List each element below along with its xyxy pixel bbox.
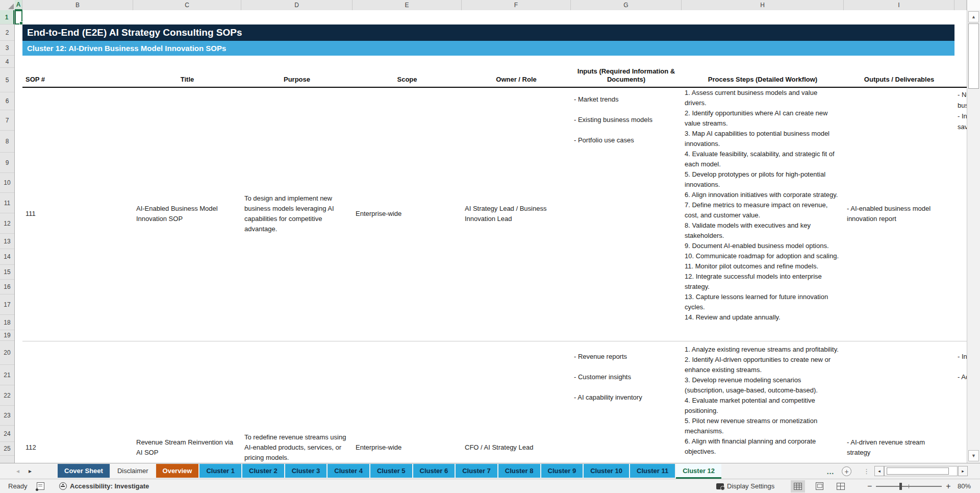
cell-steps-item[interactable]: 2. Identify opportunities where AI can c… (685, 108, 840, 129)
row-header-17[interactable]: 17 (0, 294, 14, 315)
row-header-6[interactable]: 6 (0, 92, 14, 110)
row-header-3[interactable]: 3 (0, 41, 14, 56)
cell-kpi_fragments-item[interactable]: - In (958, 352, 967, 362)
sheet-tab-cluster-10[interactable]: Cluster 10 (584, 464, 629, 478)
cell-kpi_fragments-row2[interactable]: - In- Ad (954, 352, 967, 392)
column-header-F[interactable]: F (462, 0, 571, 10)
zoom-out-button[interactable]: − (867, 482, 872, 491)
sheet-tab-cluster-11[interactable]: Cluster 11 (630, 464, 675, 478)
cell-steps-item[interactable]: 13. Capture lessons learned for future i… (685, 292, 840, 312)
cell-steps-item[interactable]: 5. Develop prototypes or pilots for high… (685, 169, 840, 190)
accessibility-status[interactable]: Accessibility: Investigate (59, 479, 149, 493)
zoom-level[interactable]: 80% (958, 479, 971, 493)
cell-outputs-row1[interactable]: - AI-enabled business model innovation r… (844, 204, 954, 224)
row-header-18[interactable]: 18 (0, 315, 14, 330)
sheet-tab-cluster-7[interactable]: Cluster 7 (456, 464, 497, 478)
scroll-up-button[interactable]: ▲ (968, 11, 979, 22)
cell-inputs-item[interactable]: - Market trends (574, 94, 677, 105)
column-header-E[interactable]: E (353, 0, 462, 10)
select-all-button[interactable] (0, 0, 15, 10)
tab-nav-left-icon[interactable]: ◂ (16, 467, 19, 475)
scroll-down-button[interactable]: ▼ (968, 450, 979, 461)
column-header-C[interactable]: C (133, 0, 241, 10)
cell-owner-row1[interactable]: AI Strategy Lead / Business Innovation L… (462, 204, 571, 224)
sheet-grid[interactable]: End-to-End (E2E) AI Strategy Consulting … (15, 10, 967, 463)
hscroll-left-button[interactable]: ◂ (874, 466, 884, 476)
cell-kpi_fragments-row1[interactable]: - Nubus- Insav (954, 90, 967, 133)
macro-record-button[interactable] (37, 479, 44, 493)
cell-steps-row2[interactable]: 1. Analyze existing revenue streams and … (682, 344, 844, 457)
row-header-14[interactable]: 14 (0, 249, 14, 265)
cell-title-row2[interactable]: Revenue Stream Reinvention via AI SOP (133, 437, 241, 458)
add-sheet-icon[interactable]: + (842, 466, 851, 476)
zoom-slider[interactable] (876, 486, 942, 487)
horizontal-scrollbar[interactable] (884, 466, 958, 476)
cell-steps-item[interactable]: 6. Align innovation initiatives with cor… (685, 190, 840, 200)
sheet-tab-cluster-8[interactable]: Cluster 8 (498, 464, 540, 478)
row-header-11[interactable]: 11 (0, 193, 14, 213)
page-layout-view-button[interactable] (812, 480, 826, 492)
column-header-H[interactable]: H (682, 0, 844, 10)
display-settings-button[interactable]: Display Settings (716, 479, 774, 493)
sheet-tab-cluster-12[interactable]: Cluster 12 (676, 464, 721, 479)
cell-steps-item[interactable]: 4. Evaluate market potential and competi… (685, 396, 840, 416)
vertical-scrollbar[interactable]: ▲ ▼ (967, 10, 980, 463)
cell-steps-row1[interactable]: 1. Assess current business models and va… (682, 88, 844, 323)
cell-steps-item[interactable]: 8. Validate models with executives and k… (685, 220, 840, 241)
row-header-5[interactable]: 5 (0, 68, 14, 92)
cell-kpi_fragments-item[interactable]: - Ad (958, 372, 967, 382)
cell-steps-item[interactable]: 2. Identify AI-driven opportunities to c… (685, 355, 840, 375)
row-header-1[interactable]: 1 (0, 10, 14, 24)
sheet-tab-cluster-1[interactable]: Cluster 1 (199, 464, 241, 478)
cell-owner-row2[interactable]: CFO / AI Strategy Lead (462, 442, 571, 453)
cell-steps-item[interactable]: 12. Integrate successful models into ent… (685, 272, 840, 292)
cell-inputs-item[interactable]: - Existing business models (574, 115, 677, 125)
tab-nav-right-icon[interactable]: ▸ (29, 467, 32, 475)
cell-kpi_fragments-item[interactable]: - Nu (958, 90, 967, 100)
cell-inputs-item[interactable]: - Portfolio use cases (574, 135, 677, 145)
sheet-tab-cluster-3[interactable]: Cluster 3 (285, 464, 327, 478)
cell-steps-item[interactable]: 1. Assess current business models and va… (685, 88, 840, 108)
tab-overflow-icon[interactable]: … (826, 467, 835, 476)
cell-steps-item[interactable]: 3. Map AI capabilities to potential busi… (685, 129, 840, 149)
row-header-12[interactable]: 12 (0, 213, 14, 234)
cell-steps-item[interactable]: 10. Communicate roadmap for adoption and… (685, 251, 840, 261)
row-header-10[interactable]: 10 (0, 173, 14, 193)
row-header-23[interactable]: 23 (0, 406, 14, 426)
row-header-7[interactable]: 7 (0, 110, 14, 131)
row-header-13[interactable]: 13 (0, 234, 14, 249)
sheet-tab-overview[interactable]: Overview (156, 464, 199, 478)
row-header-15[interactable]: 15 (0, 265, 14, 280)
column-header-A[interactable]: A (15, 0, 22, 10)
row-header-19[interactable]: 19 (0, 330, 14, 341)
column-header-D[interactable]: D (241, 0, 353, 10)
row-header-9[interactable]: 9 (0, 153, 14, 173)
column-header-G[interactable]: G (571, 0, 682, 10)
cell-steps-item[interactable]: 3. Develop revenue modeling scenarios (s… (685, 375, 840, 396)
sheet-tab-cluster-2[interactable]: Cluster 2 (242, 464, 284, 478)
cell-inputs-item[interactable]: - Customer insights (574, 372, 677, 382)
zoom-in-button[interactable]: + (946, 482, 950, 491)
sheet-tab-cluster-4[interactable]: Cluster 4 (328, 464, 369, 478)
cell-steps-item[interactable]: 14. Review and update annually. (685, 312, 840, 323)
sheet-tab-cluster-6[interactable]: Cluster 6 (413, 464, 455, 478)
sheet-tab-cover-sheet[interactable]: Cover Sheet (58, 464, 110, 478)
cell-steps-item[interactable]: 1. Analyze existing revenue streams and … (685, 344, 840, 355)
column-header-I[interactable]: I (844, 0, 954, 10)
cell-scope-row1[interactable]: Enterprise-wide (353, 209, 462, 219)
row-header-22[interactable]: 22 (0, 385, 14, 406)
tab-overflow[interactable]: … (826, 463, 835, 479)
normal-view-button[interactable] (791, 480, 805, 492)
zoom-slider-handle[interactable] (899, 483, 902, 490)
cell-kpi_fragments-item[interactable]: bus (958, 101, 967, 111)
cell-title-row1[interactable]: AI-Enabled Business Model Innovation SOP (133, 204, 241, 224)
cell-kpi_fragments-item[interactable]: - In (958, 111, 967, 121)
cell-steps-item[interactable]: 5. Pilot new revenue streams or monetiza… (685, 416, 840, 436)
cell-inputs-item[interactable]: - AI capability inventory (574, 392, 677, 403)
row-header-8[interactable]: 8 (0, 131, 14, 153)
cell-outputs-row2[interactable]: - AI-driven revenue stream strategy (844, 437, 954, 458)
page-break-view-button[interactable] (834, 480, 848, 492)
row-header-24[interactable]: 24 (0, 426, 14, 442)
cell-sop-row1[interactable]: 111 (22, 209, 133, 219)
cell-steps-item[interactable]: 7. Define metrics to measure impact on r… (685, 200, 840, 220)
